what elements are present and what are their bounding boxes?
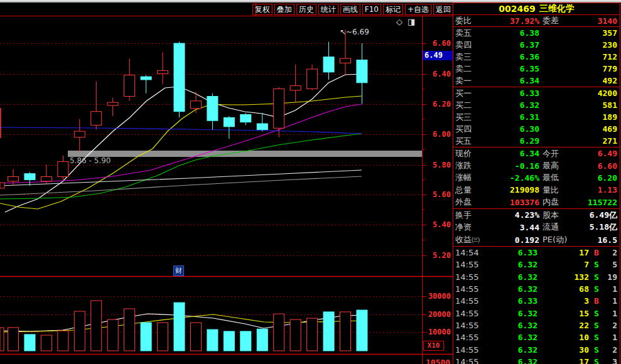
finance-report-badge[interactable]: 财 — [173, 265, 184, 276]
volume-bar — [224, 331, 234, 351]
level-label: 买三 — [455, 112, 488, 123]
stat-value: 4.23% — [488, 210, 539, 220]
toolbar-button-叠加[interactable]: 叠加 — [274, 4, 294, 15]
level-volume: 779 — [539, 64, 620, 73]
volume-bar — [190, 323, 201, 351]
tick-volume: 22 — [537, 321, 589, 330]
candle-body — [190, 101, 201, 109]
tick-count: 2 — [604, 248, 620, 257]
main-chart[interactable] — [0, 0, 453, 364]
toolbar-button-F10[interactable]: F10 — [362, 4, 381, 15]
tick-price: 6.32 — [483, 284, 537, 294]
stat-value: 115722 — [575, 198, 620, 207]
stat-label: 换手 — [455, 210, 488, 221]
tick-direction: B — [589, 248, 604, 257]
level-label: 卖五 — [455, 28, 488, 39]
current-price-marker: 6.49 — [423, 51, 453, 60]
half-square-icon[interactable]: ◨ — [408, 18, 415, 26]
tick-price: 6.32 — [483, 357, 537, 364]
tick-count: 19 — [604, 272, 620, 282]
stat-row: 换手4.23%股本6.49亿 — [453, 209, 620, 222]
tick-direction: S — [589, 333, 604, 342]
tick-row: 14:556.3268S1 — [453, 283, 620, 295]
stat-row: 净资3.44流通5.18亿 — [453, 222, 620, 234]
toolbar-button-统计[interactable]: 统计 — [318, 4, 338, 15]
partial-candle — [0, 328, 4, 351]
tick-count: 3 — [604, 357, 620, 364]
tick-row: 14:556.32132S19 — [453, 271, 620, 283]
tick-direction: S — [589, 284, 604, 294]
tick-volume: 68 — [537, 284, 589, 294]
diamond-icon[interactable]: ◇ — [396, 18, 402, 26]
app-window: 复权叠加历史统计画线F10标记+自选返回 ◇ ◨ ↖~6.69 5.86 - 5… — [0, 0, 621, 364]
tick-row: 14:556.3210S1 — [453, 331, 620, 343]
ma-blue — [0, 127, 362, 134]
price-axis-label: 6.00 — [423, 130, 451, 139]
bid-row[interactable]: 买四6.30469 — [453, 123, 620, 135]
ask-row[interactable]: 卖四6.37230 — [453, 39, 620, 51]
bid-row[interactable]: 买三6.31189 — [453, 111, 620, 123]
ask-row[interactable]: 卖三6.36712 — [453, 51, 620, 63]
tick-direction: B — [589, 296, 604, 306]
bid-row[interactable]: 买一6.334200 — [453, 87, 620, 99]
price-axis-label: 6.20 — [423, 100, 451, 109]
stat-value: 5.18亿 — [575, 222, 620, 233]
tick-time: 14:55 — [455, 296, 483, 306]
partial-candle — [0, 183, 4, 188]
level-label: 买一 — [455, 88, 488, 99]
volume-bar — [340, 312, 351, 351]
price-axis-label: 5.40 — [423, 220, 451, 229]
bid-row[interactable]: 买五6.29271 — [453, 135, 620, 147]
weicha-label: 委差 — [539, 15, 575, 26]
stat-label: 外盘 — [455, 196, 488, 208]
toolbar-button-返回[interactable]: 返回 — [433, 4, 453, 15]
tick-price: 6.32 — [483, 272, 537, 282]
stat-value: 6.49亿 — [575, 210, 620, 221]
price-axis-label: 6.60 — [423, 39, 451, 48]
toolbar-button-画线[interactable]: 画线 — [340, 4, 360, 15]
weibi-row: 委比 37.92% 委差 3140 — [453, 15, 620, 27]
stat-row: 涨跌-0.16最高6.60 — [453, 159, 620, 171]
volume-bar — [58, 331, 68, 351]
toolbar-button-标记[interactable]: 标记 — [383, 4, 403, 15]
stat-label: 最低 — [539, 172, 575, 183]
level-price: 6.32 — [488, 100, 539, 110]
stat-value: 103376 — [488, 198, 539, 207]
level-label: 买二 — [455, 100, 488, 111]
price-axis-label: 5.60 — [423, 190, 451, 199]
price-axis-label: 5.20 — [423, 251, 451, 260]
candle-body — [340, 58, 351, 63]
volume-bar — [307, 318, 318, 351]
price-axis-label: 5.80 — [423, 161, 451, 169]
candle-body — [91, 112, 102, 126]
volume-bar — [240, 331, 251, 351]
stat-label: 最高 — [539, 160, 575, 171]
bid-row[interactable]: 买二6.32581 — [453, 99, 620, 111]
candle-body — [158, 70, 168, 73]
tick-count: 1 — [604, 309, 620, 318]
stat-label: 收益㈢ — [455, 234, 488, 245]
tick-direction: S — [589, 309, 604, 318]
candle-body — [124, 75, 135, 97]
price-axis-label: 6.40 — [423, 70, 451, 78]
level-price: 6.37 — [488, 40, 539, 50]
volume-bar — [24, 335, 35, 351]
ask-row[interactable]: 卖一6.34492 — [453, 75, 620, 87]
ask-row[interactable]: 卖二6.35779 — [453, 63, 620, 75]
tick-count: 5 — [604, 260, 620, 269]
volume-bar — [357, 310, 367, 351]
toolbar-button-+自选[interactable]: +自选 — [405, 4, 431, 15]
ask-row[interactable]: 卖五6.38357 — [453, 27, 620, 39]
toolbar-button-复权[interactable]: 复权 — [252, 4, 273, 15]
tick-time: 14:55 — [455, 309, 483, 318]
level-price: 6.31 — [488, 112, 539, 122]
level-price: 6.33 — [488, 88, 539, 98]
toolbar-button-历史[interactable]: 历史 — [296, 4, 316, 15]
stat-row: 收益㈢0.192PE(动)16.5 — [453, 233, 620, 246]
stat-value: 16.5 — [575, 235, 620, 245]
level-price: 6.29 — [488, 136, 539, 146]
stat-row: 总量219098量比1.13 — [453, 184, 620, 196]
toolbar-border — [0, 16, 453, 16]
tick-direction: S — [589, 357, 604, 364]
stat-value: 0.192 — [488, 235, 539, 245]
